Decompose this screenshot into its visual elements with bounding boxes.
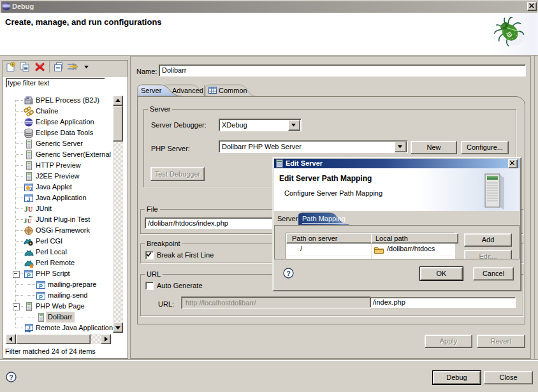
svg-text:?: ? — [9, 374, 13, 381]
svg-text:?: ? — [286, 270, 291, 277]
